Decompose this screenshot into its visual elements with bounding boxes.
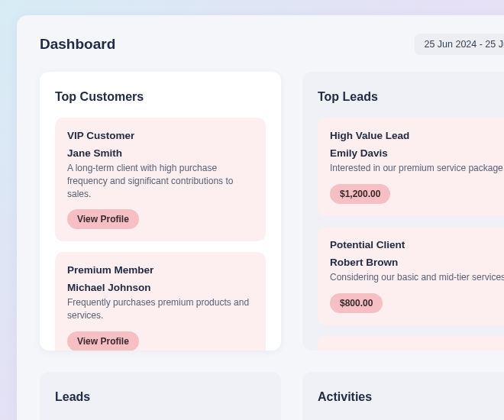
customer-name: Jane Smith xyxy=(67,147,254,159)
lead-desc: Interested in our premium service packag… xyxy=(330,162,504,175)
date-range-picker[interactable]: 25 Jun 2024 - 25 Jul 2024 xyxy=(415,34,504,55)
panel-title: Top Customers xyxy=(55,90,266,104)
lead-category: Potential Client xyxy=(330,239,504,250)
lead-desc: Considering our basic and mid-tier servi… xyxy=(330,271,504,284)
activities-panel: Activities xyxy=(302,372,504,420)
view-profile-button[interactable]: View Profile xyxy=(67,209,139,229)
panel-title: Leads xyxy=(55,390,266,404)
lead-card: High Value Lead Emily Davis Interested i… xyxy=(318,118,504,216)
customer-desc: Frequently purchases premium products an… xyxy=(67,296,254,322)
lead-value-badge: $800.00 xyxy=(330,293,383,313)
lead-card: New Prospect Sarah Wilson xyxy=(318,336,504,351)
content-grid: Top Customers VIP Customer Jane Smith A … xyxy=(40,72,504,420)
dashboard-frame: Dashboard 25 Jun 2024 - 25 Jul 2024 Top … xyxy=(17,15,504,420)
lead-value-badge: $1,200.00 xyxy=(330,184,390,204)
customer-category: VIP Customer xyxy=(67,130,254,141)
customer-category: Premium Member xyxy=(67,264,254,276)
left-column: Top Customers VIP Customer Jane Smith A … xyxy=(40,72,281,420)
panel-title: Top Leads xyxy=(318,90,504,104)
lead-category: New Prospect xyxy=(330,348,504,351)
customer-card: VIP Customer Jane Smith A long-term clie… xyxy=(55,118,266,241)
header: Dashboard 25 Jun 2024 - 25 Jul 2024 xyxy=(40,34,504,55)
customer-card: Premium Member Michael Johnson Frequentl… xyxy=(55,252,266,351)
top-customers-panel: Top Customers VIP Customer Jane Smith A … xyxy=(40,72,281,351)
customer-name: Michael Johnson xyxy=(67,282,254,293)
page-title: Dashboard xyxy=(40,36,115,53)
lead-name: Emily Davis xyxy=(330,147,504,159)
lead-name: Robert Brown xyxy=(330,257,504,268)
right-column: Top Leads High Value Lead Emily Davis In… xyxy=(302,72,504,420)
lead-category: High Value Lead xyxy=(330,130,504,141)
top-leads-panel: Top Leads High Value Lead Emily Davis In… xyxy=(302,72,504,351)
view-profile-button[interactable]: View Profile xyxy=(67,331,139,351)
lead-card: Potential Client Robert Brown Considerin… xyxy=(318,227,504,325)
leads-panel: Leads xyxy=(40,372,281,420)
customer-desc: A long-term client with high purchase fr… xyxy=(67,162,254,200)
panel-title: Activities xyxy=(318,390,504,404)
